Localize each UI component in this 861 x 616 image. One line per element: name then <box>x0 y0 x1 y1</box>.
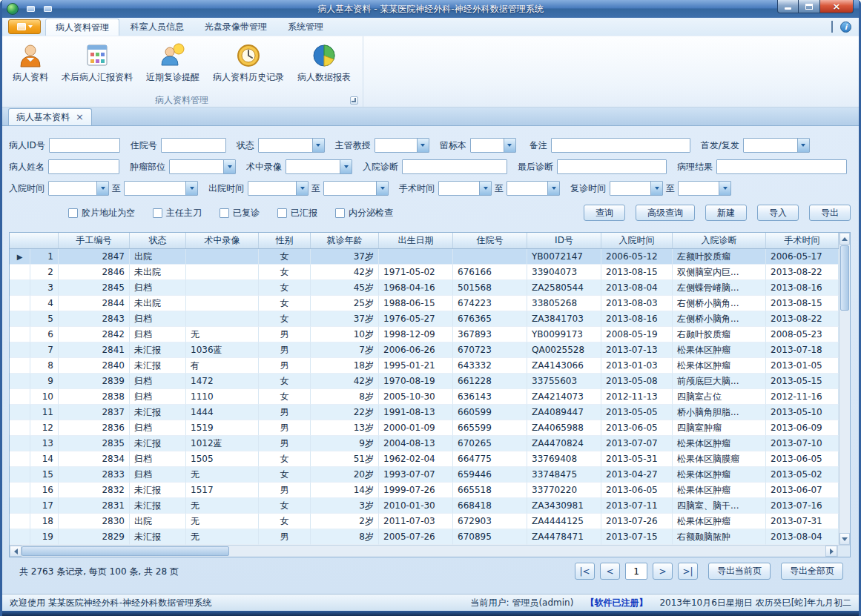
final-diagnosis-input[interactable] <box>557 159 667 174</box>
column-header-admission-no[interactable]: 住院号 <box>453 233 527 248</box>
onset-select[interactable] <box>743 138 810 153</box>
ribbon-menu-button[interactable] <box>8 19 41 34</box>
table-row[interactable]: 72841未汇报1036蓝男7岁2006-06-26670723QA002552… <box>10 342 839 358</box>
table-row[interactable]: 32845归档女45岁1968-04-16501568ZA25805442013… <box>10 280 839 296</box>
tool-patient[interactable]: 病人资料 <box>7 40 54 86</box>
patient-id-input[interactable] <box>49 138 120 153</box>
table-row[interactable]: 152833归档无女20岁1993-07-0765944633748475201… <box>10 467 839 483</box>
table-row[interactable]: 52843归档女37岁1976-05-27676365ZA38417032013… <box>10 311 839 327</box>
table-row[interactable]: 82840未汇报有男18岁1995-01-21643332ZA414306620… <box>10 358 839 374</box>
tab-patient-basic-info[interactable]: 病人基本资料 × <box>8 108 92 125</box>
filter-checkbox-5[interactable]: 内分泌检查 <box>335 207 393 219</box>
close-button[interactable]: × <box>820 0 854 13</box>
table-row[interactable]: 122836归档1519男13岁2000-01-09665599ZA406598… <box>10 420 839 436</box>
new-button[interactable]: 新建 <box>705 205 747 221</box>
next-page-button[interactable]: > <box>653 563 673 580</box>
collapse-ribbon-button[interactable] <box>831 22 833 33</box>
table-row[interactable]: ▶12847出院女37岁YB00721472006-05-12左额叶胶质瘤200… <box>10 249 839 265</box>
import-button[interactable]: 导入 <box>757 205 799 221</box>
specimen-select[interactable] <box>470 138 516 153</box>
export-button[interactable]: 导出 <box>809 205 851 221</box>
page-number-input[interactable] <box>625 563 647 580</box>
quick-access-button-1[interactable] <box>23 3 38 16</box>
pathology-input[interactable] <box>716 159 847 174</box>
grid-horizontal-scrollbar[interactable] <box>10 546 837 557</box>
filter-checkbox-2[interactable]: 主任主刀 <box>153 207 202 219</box>
column-header-admit-date[interactable]: 入院时间 <box>601 233 673 248</box>
table-row[interactable]: 142834归档1505女51岁1962-02-0466477533769408… <box>10 451 839 467</box>
column-header-surgery-date[interactable]: 手术时间 <box>766 233 839 248</box>
table-row[interactable]: 172831未汇报无女3岁2010-01-30668418ZA343098120… <box>10 498 839 514</box>
table-row[interactable]: 112837未汇报1444男22岁1991-08-13660599ZA40894… <box>10 405 839 420</box>
remark-input[interactable] <box>551 138 690 153</box>
table-row[interactable]: 162832未汇报1517男14岁1999-07-266655183377022… <box>10 483 839 498</box>
column-header-age[interactable]: 就诊年龄 <box>311 233 379 248</box>
scroll-right-button[interactable] <box>825 546 837 557</box>
ribbon-tab-2[interactable]: 科室人员信息 <box>121 19 194 36</box>
table-row[interactable]: 132835未汇报1012蓝男9岁2004-08-13670265ZA44708… <box>10 436 839 451</box>
table-row[interactable]: 62842归档无男10岁1998-12-09367893YB0099173200… <box>10 327 839 342</box>
table-row[interactable]: 192829未汇报无男8岁2005-07-26670895ZA447847120… <box>10 529 839 545</box>
last-page-button[interactable]: >| <box>678 563 698 580</box>
vertical-scrollbar-thumb[interactable] <box>840 245 849 311</box>
revisit-time-from-select[interactable] <box>610 181 663 196</box>
checkbox-box[interactable] <box>68 208 78 218</box>
checkbox-box[interactable] <box>335 208 345 218</box>
surgery-time-from-select[interactable] <box>438 181 492 196</box>
ribbon-tab-1[interactable]: 病人资料管理 <box>45 19 119 36</box>
info-button[interactable]: i <box>840 21 851 33</box>
revisit-time-to-select[interactable] <box>678 181 731 196</box>
checkbox-box[interactable] <box>220 208 229 218</box>
checkbox-box[interactable] <box>277 208 287 218</box>
tool-reminder[interactable]: 近期复诊提醒 <box>140 40 205 86</box>
table-row[interactable]: 102838归档1110女8岁2005-10-30636143ZA4214073… <box>10 389 839 405</box>
scroll-down-button[interactable] <box>839 533 850 545</box>
admit-diagnosis-input[interactable] <box>402 159 507 174</box>
tool-report[interactable]: 术后病人汇报资料 <box>56 40 139 86</box>
column-header-status[interactable]: 状态 <box>130 233 186 248</box>
table-row[interactable]: 182830出院无女2岁2011-07-03672903ZA4444125201… <box>10 514 839 529</box>
export-all-pages-button[interactable]: 导出全部页 <box>781 563 843 580</box>
column-header-id-no[interactable]: ID号 <box>527 233 601 248</box>
tumor-site-select[interactable] <box>169 159 236 174</box>
column-header-video[interactable]: 术中录像 <box>186 233 259 248</box>
scroll-up-button[interactable] <box>839 233 850 245</box>
maximize-button[interactable] <box>799 0 820 13</box>
horizontal-scrollbar-thumb[interactable] <box>22 546 229 556</box>
tab-close-icon[interactable]: × <box>76 113 84 122</box>
tool-piechart[interactable]: 病人数据报表 <box>291 40 357 86</box>
table-row[interactable]: 22846未出院女42岁1971-05-02676166339040732013… <box>10 265 839 280</box>
first-page-button[interactable]: |< <box>575 563 595 580</box>
advanced-search-button[interactable]: 高级查询 <box>636 205 695 221</box>
filter-checkbox-4[interactable]: 已汇报 <box>277 207 317 219</box>
column-header-birth-date[interactable]: 出生日期 <box>379 233 453 248</box>
grid-vertical-scrollbar[interactable] <box>839 233 850 545</box>
table-row[interactable]: 92839归档1472女42岁1970-08-19661228337556032… <box>10 374 839 389</box>
column-header-manual-no[interactable]: 手工编号 <box>59 233 130 248</box>
column-header-sex[interactable]: 性别 <box>259 233 311 248</box>
admit-time-to-select[interactable] <box>124 181 198 196</box>
checkbox-box[interactable] <box>153 208 162 218</box>
ribbon-tab-3[interactable]: 光盘录像带管理 <box>195 19 277 36</box>
admit-time-from-select[interactable] <box>48 181 109 196</box>
column-header-admit-diagnosis[interactable]: 入院诊断 <box>673 233 766 248</box>
surgery-time-to-select[interactable] <box>507 181 560 196</box>
admission-no-input[interactable] <box>161 138 226 153</box>
professor-select[interactable] <box>375 138 429 153</box>
quick-access-button-2[interactable] <box>40 3 55 16</box>
prev-page-button[interactable]: < <box>600 563 620 580</box>
surgery-video-select[interactable] <box>286 159 352 174</box>
scroll-left-button[interactable] <box>10 546 22 557</box>
minimize-button[interactable] <box>777 0 799 13</box>
tool-history[interactable]: 病人资料历史记录 <box>207 40 290 86</box>
search-button[interactable]: 查询 <box>584 205 625 221</box>
table-row[interactable]: 42844未出院女25岁1988-06-15674223338052682013… <box>10 296 839 311</box>
status-select[interactable] <box>258 138 325 153</box>
discharge-time-from-select[interactable] <box>248 181 309 196</box>
filter-checkbox-1[interactable]: 胶片地址为空 <box>68 207 135 219</box>
filter-checkbox-3[interactable]: 已复诊 <box>220 207 260 219</box>
patient-name-input[interactable] <box>48 159 119 174</box>
ribbon-tab-4[interactable]: 系统管理 <box>278 19 333 36</box>
discharge-time-to-select[interactable] <box>323 181 389 196</box>
dialog-launcher-button[interactable] <box>350 96 358 105</box>
